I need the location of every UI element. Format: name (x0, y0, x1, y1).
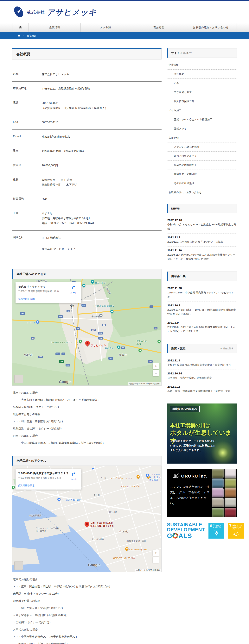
company-logo[interactable]: 株式会社 アサヒメッキ (12, 1, 237, 19)
map-route-button[interactable]: ルート (69, 472, 79, 487)
sdgs-logo[interactable]: SUSTAINABLE DEVELOPMENT G ALS (167, 522, 205, 539)
award-date: 2022.9.13 (167, 385, 236, 388)
environment-banner-body: 工業排水を常にクリーンに保ち続けているので、工場側の川では初夏にはホタルが見る事… (170, 439, 217, 452)
map-label: 山陰酸素工業(株) 本社 (125, 540, 146, 543)
environment-banner[interactable]: 環境保全への取組み 本社工場横の川は ホタルが生息しています 工業排水を常にクリ… (167, 404, 237, 464)
table-row-factory: 工場 米子工場 所在地：鳥取県米子市旗ヶ崎2213番地1 電話：0859-21-… (12, 206, 162, 230)
awards-archive-link[interactable]: ▶過去の記事 (221, 347, 233, 350)
sidebar-item-contact[interactable]: お取引の流れ・お問い合わせ (167, 188, 237, 197)
sidebar-item-stainless-coloring[interactable]: ステンレス鋼発色処理 (167, 142, 237, 152)
award-link[interactable]: 令和4年 度鳥取県高度熟練技能者認定証・事業所証 授与 (167, 363, 236, 367)
directions-icon (71, 474, 76, 477)
map-imagery-toggle[interactable] (14, 374, 23, 383)
sidebar-item-company-overview[interactable]: 会社概要 (167, 70, 237, 79)
nav-item-corporate[interactable]: 企業情報 (29, 23, 81, 32)
metal-tiles-image (212, 468, 237, 517)
ororu-banner[interactable]: ORORU inc. ステンレス鋼発色処理のご注文は、グループ会社の「オロル」へ… (167, 468, 237, 517)
company-logo-icon (12, 6, 25, 19)
nav-item-contact[interactable]: お取引の流れ・お問い合わせ (185, 23, 237, 32)
route-badge: 323 (81, 304, 86, 306)
home-icon (19, 26, 22, 29)
exhibition-link[interactable]: 12/14～12/16 中小企業 研究開発（サポイン・サビサポ）展 (167, 290, 236, 299)
route-label: ルート (69, 478, 79, 481)
map-label: 寿製菓(株) (118, 530, 128, 533)
exhibition-link[interactable]: 2021/10/6～10/8「第２４回 関西 機械要素技術展（Ｍ－Ｔｅｃｈ 関西… (167, 325, 236, 333)
map-imagery-toggle[interactable] (14, 561, 23, 570)
news-link[interactable]: 2022年11月発行 地方独立行政法人 鳥取県産業技術センター発行 「とっとり技… (167, 253, 236, 261)
award-item: 2022.11.9 令和4年 度鳥取県高度熟練技能者認定証・事業所証 授与 (167, 357, 237, 370)
nav-item-surface[interactable]: 表面処理 (133, 23, 185, 32)
head-office-map[interactable]: 鳥取大学前 鳥取城跡 天球丸 太閤ヶ平跡 旧美歎水源地水道施設 宇倍神社 I・T… (12, 279, 162, 386)
page: 株式会社 アサヒメッキ 企業情報 メッキ加工 表面処理 お取引の流れ・お問い合わ… (0, 0, 249, 644)
affiliate-link-asahi-surtechno[interactable]: 株式会社 アサヒサーテクノ (42, 247, 75, 252)
sidebar-item-corporate[interactable]: 企業情報 (167, 60, 237, 70)
sidebar-item-history[interactable]: 沿革 (167, 79, 237, 88)
row-label: 本社所在地 (13, 86, 42, 91)
sdgs-word1: SUSTAINABLE (167, 522, 205, 527)
map-expand-link[interactable]: 拡大地図を表示 (18, 297, 69, 300)
award-link[interactable]: 高齢・障害・求職者雇用支援機構理事長「努力賞」受賞 (167, 389, 236, 393)
news-date: 2022.12.16 (167, 218, 236, 222)
sdg-goal-7-badge[interactable]: 7 エネルギーをみんなに そしてクリーンに (228, 523, 244, 538)
route-badge: 191 (20, 312, 25, 315)
access-line: ・・・中国自動車道佐用JCT→鳥取自動車道鳥取南IC→当社（車で約58分） (13, 441, 161, 445)
sidebar-item-surface[interactable]: 表面処理 (167, 133, 237, 142)
map-label-destination: 日本、〒683-0845 鳥取 (90, 522, 113, 524)
map-attribution[interactable]: 地図データ ©2023 利用規約 (135, 568, 161, 572)
zoom-in-button[interactable]: + (153, 550, 159, 556)
sdg7-number: 7 (229, 524, 231, 528)
sidebar-exhibitions-title: 展示会出展 (167, 272, 237, 281)
route-badge: 31 (102, 324, 106, 326)
water-glass-icon (210, 529, 223, 536)
zoom-in-button[interactable]: + (153, 364, 159, 369)
sdg-goal-6-badge[interactable]: 6 安全な水とトイレを世界中に (208, 523, 224, 538)
nav-home-button[interactable] (12, 23, 29, 32)
row-label: 役員 (13, 178, 42, 187)
map-route-button[interactable]: ルート (69, 285, 79, 300)
section-head-office-access-title: 本社工場へのアクセス (12, 269, 162, 279)
table-row-fax: FAX 0857-37-4115 (12, 115, 162, 130)
zoom-out-button[interactable]: − (153, 370, 159, 376)
news-date: 2022.12.1 (167, 236, 236, 239)
route-badge: 49 (31, 337, 35, 340)
award-link[interactable]: 発明協会 令和4年度地方発明表彰受賞 (167, 376, 236, 380)
environment-banner-headline1: 本社工場横の川は (170, 422, 211, 429)
news-link[interactable]: 令和4年12月 とっとりSDGｓ企業認定 SDGs取組事例集に掲載 (167, 222, 236, 231)
news-link[interactable]: 2022/12/1 発明協会発行 月報「はつめい」に掲載 (167, 240, 236, 244)
sidebar-item-other-polishing[interactable]: その他の研磨処理 (167, 179, 237, 188)
sidebar-item-electropolishing[interactable]: 電解研磨／化学研磨 (167, 170, 237, 179)
exhibition-link[interactable]: 2022年10月5日（水）～10月7日（金)第25回 [関西] 機械要素技術展（… (167, 308, 236, 316)
row-label: 資本金 (13, 163, 42, 168)
row-label: 名称 (13, 72, 42, 77)
map-card-address: 〒683-0845 鳥取県米子市旗ヶ崎２２１３ (18, 476, 69, 480)
sdgs-word2: DEVELOPMENT (167, 527, 205, 532)
yonago-map[interactable]: 米子旗ヶ崎7丁目店 7丁目 マコズベイクショップ ファミリーマート 米子旗ヶ崎店… (12, 466, 162, 572)
zoom-out-button[interactable]: − (153, 557, 159, 563)
map-expand-link[interactable]: 拡大地図を表示 (18, 484, 69, 487)
route-badge: 227 (56, 352, 60, 355)
sdg7-label: エネルギーをみんなに そしてクリーンに (232, 524, 242, 530)
sidebar-item-zinc[interactable]: 亜鉛メッキ (167, 124, 237, 133)
nav-item-plating[interactable]: メッキ加工 (81, 23, 132, 32)
poi-marker-icon[interactable] (92, 468, 94, 470)
access-line: 鳥取空港→当社(車・タクシーで約22分) (13, 426, 161, 431)
row-value: 米子工場 (42, 211, 161, 216)
sidebar-item-plating[interactable]: メッキ加工 (167, 106, 237, 115)
sidebar-item-zinc-nickel[interactable]: 亜鉛ニッケル合金メッキ処理加工 (167, 115, 237, 124)
news-item: 2022.12.1 2022/12/1 発明協会発行 月報「はつめい」に掲載 (167, 234, 237, 247)
row-label: FAX (13, 120, 42, 125)
sidebar-item-equipment[interactable]: 主な設備と装置 (167, 88, 237, 97)
map-card-title: 〒683-0845 鳥取県米子市旗ヶ崎２２１３ (18, 472, 69, 475)
route-badge: 42 (67, 310, 70, 312)
table-row-email: E-mail kkasahi@asahimekki.jp (12, 130, 162, 144)
map-attribution[interactable]: 地図データ ©2023 Google 利用規約 (128, 382, 161, 386)
section-yonago-access-title: 米子工場へのアクセス (12, 456, 162, 466)
affiliate-link-ororu[interactable]: オロル株式会社 (42, 235, 61, 240)
breadcrumb-current[interactable]: 会社概要 (27, 34, 36, 38)
breadcrumb-home-icon[interactable] (18, 34, 20, 38)
access-line: お車でお越しの場合 (13, 628, 161, 632)
sidebar-item-alumite[interactable]: 硬質／白黒アルマイト (167, 152, 237, 161)
awards-title-text: 受賞・認定 (171, 347, 186, 350)
sidebar-item-privacy[interactable]: 個人情報保護方針 (167, 97, 237, 106)
sidebar-item-black-dyeing[interactable]: 黒染め化成処理加工 (167, 161, 237, 170)
